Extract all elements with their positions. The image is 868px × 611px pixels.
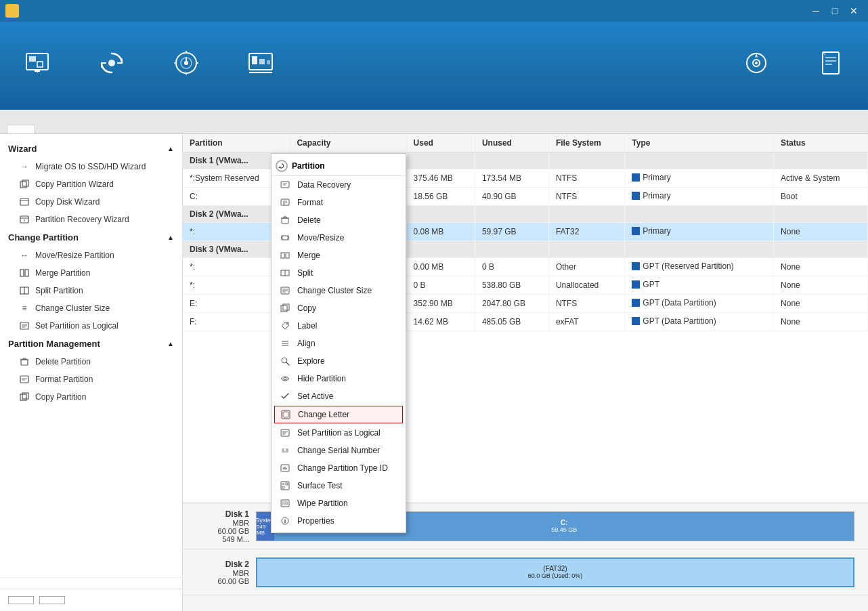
svg-rect-27 xyxy=(281,199,289,205)
svg-rect-16 xyxy=(20,198,28,205)
context-menu-item[interactable]: Wipe Partition xyxy=(272,494,406,512)
context-menu-item[interactable]: Surface Test xyxy=(272,477,406,494)
app-logo xyxy=(5,4,19,18)
table-header-row: Partition Capacity Used Unused File Syst… xyxy=(183,134,868,152)
split-partition-icon xyxy=(19,285,30,296)
svg-rect-8 xyxy=(259,59,265,64)
svg-rect-31 xyxy=(286,253,289,258)
partition-recovery-wizard-icon xyxy=(19,214,30,225)
wizard-chevron: ▲ xyxy=(167,145,174,152)
sidebar-item-copy-partition[interactable]: Copy Partition xyxy=(0,388,182,406)
svg-rect-35 xyxy=(283,304,289,310)
svg-rect-25 xyxy=(22,393,28,399)
svg-rect-18 xyxy=(20,270,24,276)
context-menu-item[interactable]: Data Recovery xyxy=(272,176,406,194)
svg-rect-13 xyxy=(823,52,839,74)
svg-rect-1 xyxy=(29,56,36,62)
context-menu-item[interactable]: Change Cluster Size xyxy=(272,282,406,299)
toolbar-bootable-media[interactable] xyxy=(733,47,780,85)
menu-item-icon xyxy=(280,197,290,208)
sidebar-footer xyxy=(0,589,182,611)
svg-point-36 xyxy=(286,323,288,324)
maximize-button[interactable]: □ xyxy=(826,4,844,18)
partition-recovery-icon xyxy=(95,47,128,79)
context-menu-item[interactable]: Properties xyxy=(272,512,406,530)
sidebar-item-merge-partition[interactable]: Merge Partition xyxy=(0,264,182,282)
context-menu-item[interactable]: Move/Resize xyxy=(272,229,406,247)
context-menu-item[interactable]: Merge xyxy=(272,247,406,264)
col-header-unused: Unused xyxy=(475,134,548,152)
context-menu-item[interactable]: Split xyxy=(272,264,406,282)
svg-rect-15 xyxy=(22,180,28,186)
copy-partition-icon xyxy=(19,392,30,402)
menu-item-icon xyxy=(280,285,290,296)
menu-item-icon xyxy=(280,215,290,226)
sidebar-section-change-partition: Change Partition ▲ xyxy=(0,228,182,247)
context-menu-item[interactable]: Copy xyxy=(272,299,406,317)
sidebar-item-change-cluster-size[interactable]: ≡ Change Cluster Size xyxy=(0,299,182,317)
menu-item-icon xyxy=(280,498,290,509)
context-menu-item[interactable]: Align xyxy=(272,335,406,352)
sidebar-item-format-partition[interactable]: Format Partition xyxy=(0,371,182,388)
toolbar-partition-recovery[interactable] xyxy=(88,47,135,85)
svg-rect-46 xyxy=(282,486,284,488)
minimize-button[interactable]: ─ xyxy=(807,4,825,18)
context-menu-title: Partition xyxy=(292,161,325,171)
menu-item-icon xyxy=(280,427,290,438)
tab-partition-management[interactable] xyxy=(7,125,35,133)
context-menu-item[interactable]: Delete xyxy=(272,211,406,229)
change-partition-chevron: ▲ xyxy=(167,234,174,241)
sidebar-section-wizard: Wizard ▲ xyxy=(0,140,182,158)
context-menu-item[interactable]: Format xyxy=(272,194,406,211)
space-analyzer-icon xyxy=(244,47,277,79)
col-header-status: Status xyxy=(774,134,868,152)
content-area: Partition Capacity Used Unused File Syst… xyxy=(183,134,868,611)
sidebar-item-migrate-os[interactable]: → Migrate OS to SSD/HD Wizard xyxy=(0,158,182,175)
sidebar-item-move-resize[interactable]: ↔ Move/Resize Partition xyxy=(0,247,182,264)
close-button[interactable]: ✕ xyxy=(845,4,863,18)
toolbar-manual[interactable] xyxy=(807,47,854,85)
toolbar-space-analyzer[interactable] xyxy=(237,47,284,85)
context-menu: Partition Data RecoveryFormatDeleteMove/… xyxy=(271,153,406,533)
col-header-filesystem: File System xyxy=(548,134,624,152)
sidebar-item-partition-recovery-wizard[interactable]: Partition Recovery Wizard xyxy=(0,211,182,228)
col-header-used: Used xyxy=(406,134,475,152)
sidebar-item-copy-disk-wizard[interactable]: Copy Disk Wizard xyxy=(0,193,182,211)
copy-partition-wizard-icon xyxy=(19,179,30,190)
context-menu-item[interactable]: Set Active xyxy=(272,387,406,405)
menu-item-icon xyxy=(280,180,290,190)
menu-item-icon xyxy=(280,515,290,526)
sidebar-item-copy-partition-wizard[interactable]: Copy Partition Wizard xyxy=(0,175,182,193)
toolbar-disk-benchmark[interactable] xyxy=(162,47,210,85)
svg-point-38 xyxy=(284,377,286,380)
copy-disk-wizard-icon xyxy=(19,196,30,207)
col-header-type: Type xyxy=(625,134,774,152)
undo-button[interactable] xyxy=(39,596,65,604)
manual-icon xyxy=(815,47,847,79)
disk2-bar: (FAT32) 60.0 GB (Used: 0%) xyxy=(256,557,854,587)
menu-item-icon xyxy=(280,373,290,384)
menu-item-icon xyxy=(280,356,290,366)
context-menu-item[interactable]: Label xyxy=(272,317,406,335)
menu-item-icon xyxy=(280,391,290,402)
sidebar-item-set-partition-logical[interactable]: Set Partition as Logical xyxy=(0,317,182,335)
toolbar-data-recovery[interactable] xyxy=(14,47,61,85)
context-menu-item[interactable]: Change Serial Number xyxy=(272,442,406,459)
sidebar-item-delete-partition[interactable]: Delete Partition xyxy=(0,353,182,371)
apply-button[interactable] xyxy=(8,596,34,604)
context-menu-item[interactable]: Change Letter xyxy=(274,406,403,423)
context-menu-item[interactable]: Change Partition Type ID xyxy=(272,459,406,477)
context-menu-item[interactable]: Hide Partition xyxy=(272,370,406,387)
menu-item-icon xyxy=(280,445,290,456)
titlebar: ─ □ ✕ xyxy=(0,0,868,22)
context-menu-item[interactable]: Explore xyxy=(272,352,406,370)
toolbar-right xyxy=(733,47,854,85)
svg-rect-26 xyxy=(281,182,289,188)
toolbar xyxy=(0,22,868,110)
context-menu-item[interactable]: Set Partition as Logical xyxy=(272,424,406,442)
sidebar-item-split-partition[interactable]: Split Partition xyxy=(0,282,182,299)
svg-rect-23 xyxy=(20,376,28,383)
menu-item-icon xyxy=(280,268,290,278)
disk2-seg1: (FAT32) 60.0 GB (Used: 0%) xyxy=(257,559,853,586)
delete-partition-icon xyxy=(19,356,30,367)
